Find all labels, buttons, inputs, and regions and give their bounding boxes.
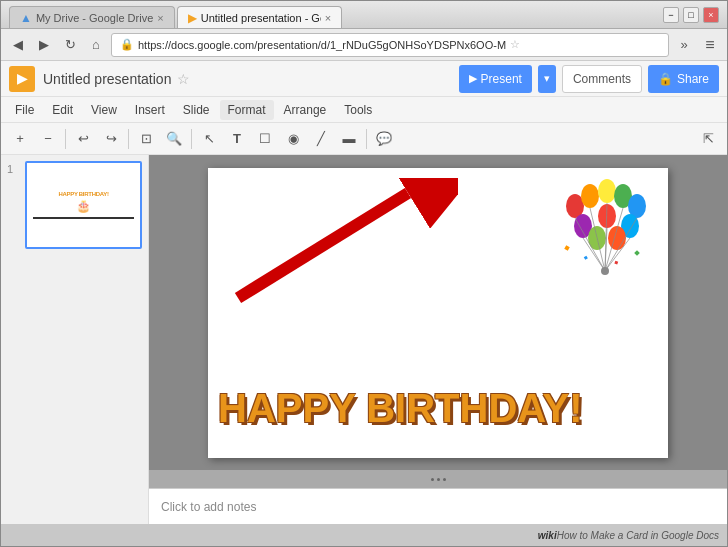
menu-arrange[interactable]: Arrange xyxy=(276,100,335,120)
tab-presentation-label: Untitled presentation - Go xyxy=(201,12,321,24)
svg-point-18 xyxy=(601,267,609,275)
url-text: https://docs.google.com/presentation/d/1… xyxy=(138,39,506,51)
presentation-title[interactable]: Untitled presentation xyxy=(43,71,171,87)
app-title-area: Untitled presentation ☆ xyxy=(43,71,451,87)
dot-2 xyxy=(437,478,440,481)
thumb-cake-icon: 🎂 xyxy=(76,199,91,213)
birthday-text-display: HAPPY BIRTHDAY! xyxy=(218,388,553,428)
wikihow-logo: wikiHow to Make a Card in Google Docs xyxy=(538,530,719,541)
shape-tool[interactable]: ◉ xyxy=(280,126,306,152)
browser-tabs: ▲ My Drive - Google Drive × ▶ Untitled p… xyxy=(9,1,342,28)
share-button[interactable]: 🔒 Share xyxy=(648,65,719,93)
app-header: ▶ Untitled presentation ☆ ▶ Present ▾ Co… xyxy=(1,61,727,97)
close-button[interactable]: × xyxy=(703,7,719,23)
lock-icon: 🔒 xyxy=(120,38,134,51)
menu-tools[interactable]: Tools xyxy=(336,100,380,120)
svg-rect-21 xyxy=(614,260,618,264)
menu-view[interactable]: View xyxy=(83,100,125,120)
tab-close-presentation[interactable]: × xyxy=(325,12,331,24)
balloons-svg xyxy=(555,176,660,281)
slide-thumb-inner: HAPPY BIRTHDAY! 🎂 xyxy=(27,163,140,247)
text-tool[interactable]: T xyxy=(224,126,250,152)
toolbar-expand-button[interactable]: ⇱ xyxy=(695,126,721,152)
slide-1-container: 1 HAPPY BIRTHDAY! 🎂 xyxy=(7,161,142,249)
logo-icon: ▶ xyxy=(17,71,27,86)
dots-row xyxy=(149,470,727,488)
present-button[interactable]: ▶ Present xyxy=(459,65,532,93)
slide-thumbnail-1[interactable]: HAPPY BIRTHDAY! 🎂 xyxy=(25,161,142,249)
svg-rect-22 xyxy=(584,255,588,259)
undo-button[interactable]: ↩ xyxy=(70,126,96,152)
forward-button[interactable]: ▶ xyxy=(33,34,55,56)
comments-label: Comments xyxy=(573,72,631,86)
slide-panel: 1 HAPPY BIRTHDAY! 🎂 xyxy=(1,155,149,524)
zoom-in-button[interactable]: + xyxy=(7,126,33,152)
toolbar: + − ↩ ↪ ⊡ 🔍 ↖ T ☐ ◉ ╱ ▬ 💬 ⇱ xyxy=(1,123,727,155)
tab-drive[interactable]: ▲ My Drive - Google Drive × xyxy=(9,6,175,28)
thumb-birthday-text: HAPPY BIRTHDAY! xyxy=(58,191,108,197)
menu-slide[interactable]: Slide xyxy=(175,100,218,120)
menu-format[interactable]: Format xyxy=(220,100,274,120)
dot-3 xyxy=(443,478,446,481)
balloons-decoration xyxy=(555,176,660,281)
zoom-button[interactable]: 🔍 xyxy=(161,126,187,152)
svg-line-24 xyxy=(238,193,408,298)
print-button[interactable]: ⊡ xyxy=(133,126,159,152)
editor-area: HAPPY BIRTHDAY! Click to add notes xyxy=(149,155,727,524)
slide-canvas[interactable]: HAPPY BIRTHDAY! xyxy=(208,168,668,458)
header-actions: ▶ Present ▾ Comments 🔒 Share xyxy=(459,65,719,93)
tab-drive-label: My Drive - Google Drive xyxy=(36,12,153,24)
wikihow-bar: wikiHow to Make a Card in Google Docs xyxy=(1,524,727,546)
dropdown-arrow: ▾ xyxy=(544,72,550,84)
notes-placeholder: Click to add notes xyxy=(161,500,256,514)
arrow-svg xyxy=(228,178,458,308)
divider-tool[interactable]: ▬ xyxy=(336,126,362,152)
refresh-button[interactable]: ↻ xyxy=(59,34,81,56)
redo-button[interactable]: ↪ xyxy=(98,126,124,152)
bookmark-icon: ☆ xyxy=(510,38,520,51)
present-icon: ▶ xyxy=(469,72,477,85)
svg-rect-20 xyxy=(634,250,640,256)
line-tool[interactable]: ╱ xyxy=(308,126,334,152)
toolbar-divider-3 xyxy=(191,129,192,149)
toolbar-divider-4 xyxy=(366,129,367,149)
select-tool[interactable]: ↖ xyxy=(196,126,222,152)
comments-button[interactable]: Comments xyxy=(562,65,642,93)
present-dropdown-button[interactable]: ▾ xyxy=(538,65,556,93)
present-label: Present xyxy=(481,72,522,86)
svg-rect-19 xyxy=(564,245,569,250)
menu-button[interactable]: ≡ xyxy=(699,34,721,56)
svg-point-1 xyxy=(581,184,599,208)
toolbar-divider-1 xyxy=(65,129,66,149)
tab-close-drive[interactable]: × xyxy=(157,12,163,24)
thumb-underline xyxy=(33,217,135,219)
lock-share-icon: 🔒 xyxy=(658,72,673,86)
dot-1 xyxy=(431,478,434,481)
home-button[interactable]: ⌂ xyxy=(85,34,107,56)
main-area: 1 HAPPY BIRTHDAY! 🎂 xyxy=(1,155,727,524)
menu-insert[interactable]: Insert xyxy=(127,100,173,120)
happy-birthday-text: HAPPY BIRTHDAY! xyxy=(218,388,553,428)
share-label: Share xyxy=(677,72,709,86)
url-bar[interactable]: 🔒 https://docs.google.com/presentation/d… xyxy=(111,33,669,57)
canvas-area[interactable]: HAPPY BIRTHDAY! xyxy=(149,155,727,470)
comment-tool[interactable]: 💬 xyxy=(371,126,397,152)
maximize-button[interactable]: □ xyxy=(683,7,699,23)
tab-presentation[interactable]: ▶ Untitled presentation - Go × xyxy=(177,6,342,28)
window-controls: − □ × xyxy=(663,7,719,23)
menu-file[interactable]: File xyxy=(7,100,42,120)
zoom-out-button[interactable]: − xyxy=(35,126,61,152)
app-container: ▶ Untitled presentation ☆ ▶ Present ▾ Co… xyxy=(1,61,727,524)
image-tool[interactable]: ☐ xyxy=(252,126,278,152)
slide-number-1: 1 xyxy=(7,161,21,175)
title-bar: ▲ My Drive - Google Drive × ▶ Untitled p… xyxy=(1,1,727,29)
minimize-button[interactable]: − xyxy=(663,7,679,23)
red-arrow xyxy=(228,178,458,312)
menu-edit[interactable]: Edit xyxy=(44,100,81,120)
back-button[interactable]: ◀ xyxy=(7,34,29,56)
star-button[interactable]: ☆ xyxy=(177,71,190,87)
extensions-button[interactable]: » xyxy=(673,34,695,56)
slide-content: HAPPY BIRTHDAY! xyxy=(208,168,668,458)
app-logo: ▶ xyxy=(9,66,35,92)
notes-bar[interactable]: Click to add notes xyxy=(149,488,727,524)
